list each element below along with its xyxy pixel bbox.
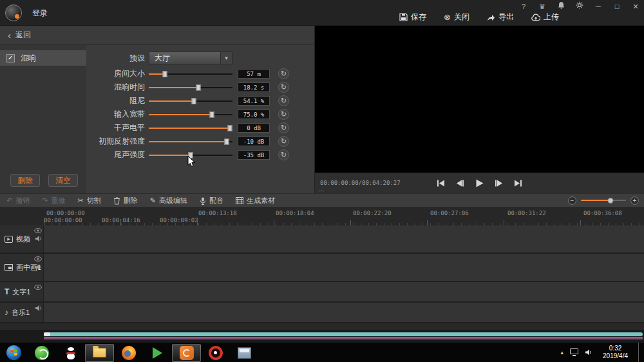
panel-splitter-handle[interactable]: ⋯ — [0, 188, 644, 193]
slider-thumb[interactable] — [162, 71, 167, 77]
delete-effect-button[interactable]: 删除 — [10, 174, 40, 187]
video-preview[interactable] — [315, 26, 644, 173]
pip-track-header[interactable]: 画中画1 — [0, 254, 44, 281]
video-track-lane[interactable] — [44, 225, 644, 252]
next-frame-button[interactable] — [495, 180, 503, 187]
pip-track-lane[interactable] — [44, 254, 644, 281]
preset-dropdown[interactable]: 大厅 ▼ — [149, 52, 232, 64]
taskbar-item-green-play[interactable] — [143, 344, 172, 362]
checkbox-checked-icon[interactable]: ✓ — [6, 54, 15, 62]
upload-button[interactable]: 上传 — [531, 12, 559, 23]
previous-frame-button[interactable] — [456, 180, 464, 187]
close-project-button[interactable]: ⊗ 关闭 — [444, 12, 469, 23]
save-button[interactable]: 保存 — [399, 12, 426, 23]
speaker-icon[interactable] — [35, 264, 42, 270]
play-button[interactable] — [475, 179, 484, 187]
taskbar-item-video-editor[interactable] — [172, 344, 201, 362]
close-window-button[interactable]: ✕ — [631, 2, 640, 11]
reset-icon[interactable]: ↻ — [278, 82, 289, 93]
advanced-edit-button[interactable]: ✎ 高级编辑 — [150, 196, 187, 205]
slider-thumb[interactable] — [192, 98, 196, 104]
eye-icon[interactable] — [34, 285, 42, 290]
tail-level-slider[interactable] — [149, 151, 232, 159]
clip-strip[interactable] — [44, 337, 643, 339]
damping-value[interactable]: 54.1 % — [238, 96, 270, 106]
delete-clip-button[interactable]: 删除 — [113, 196, 138, 205]
undo-button[interactable]: ↶ 撤销 — [6, 196, 30, 205]
slider-thumb[interactable] — [209, 111, 214, 118]
reset-icon[interactable]: ↻ — [278, 149, 289, 160]
clear-effect-button[interactable]: 清空 — [48, 174, 78, 187]
dubbing-button[interactable]: 配音 — [200, 196, 223, 205]
speaker-icon[interactable] — [35, 305, 42, 311]
export-button[interactable]: 导出 — [487, 12, 514, 23]
text-track-header[interactable]: T 文字1 — [0, 282, 44, 301]
reverb-time-slider[interactable] — [149, 84, 232, 91]
music-track-lane[interactable] — [44, 303, 644, 322]
room-size-value[interactable]: 57 m — [238, 69, 270, 79]
tray-expand-icon[interactable]: ▴ — [561, 349, 564, 356]
show-desktop-button[interactable] — [638, 343, 643, 362]
login-button[interactable]: 登录 — [32, 8, 48, 19]
early-reflection-value[interactable]: -10 dB — [238, 137, 270, 146]
notification-bell-icon[interactable] — [556, 1, 565, 11]
reset-icon[interactable]: ↻ — [278, 122, 289, 133]
taskbar-item-firefox[interactable] — [114, 344, 143, 362]
timeline-ruler[interactable]: 00:00:00:00 00:00:13:18 00:00:18:04 00:0… — [0, 207, 644, 225]
help-icon[interactable]: ? — [519, 2, 528, 11]
zoom-in-icon[interactable]: + — [630, 196, 639, 205]
video-editor-app-icon — [180, 346, 194, 360]
redo-button[interactable]: ↷ 重做 — [42, 196, 65, 205]
back-button[interactable]: ‹ 返回 — [0, 26, 314, 45]
input-bandwidth-value[interactable]: 75.0 % — [238, 110, 270, 119]
reset-icon[interactable]: ↻ — [278, 136, 289, 147]
settings-gear-icon[interactable] — [575, 1, 584, 11]
taskbar-item-recorder[interactable] — [201, 344, 230, 362]
sidebar-item-reverb[interactable]: ✓ 混响 — [0, 50, 86, 66]
slider-thumb[interactable] — [189, 152, 193, 158]
skip-to-end-button[interactable] — [514, 180, 522, 187]
reset-icon[interactable]: ↻ — [278, 109, 289, 120]
dry-level-value[interactable]: 0 dB — [238, 123, 270, 133]
scrollbar-playhead-segment[interactable] — [44, 332, 50, 336]
reset-icon[interactable]: ↻ — [278, 68, 289, 79]
maximize-button[interactable]: □ — [612, 2, 621, 11]
music-track-header[interactable]: ♪ 音乐1 — [0, 303, 44, 322]
volume-icon[interactable] — [585, 349, 592, 356]
zoom-slider-thumb[interactable] — [607, 198, 613, 204]
reset-icon[interactable]: ↻ — [278, 95, 289, 106]
chevron-down-icon[interactable]: ▼ — [220, 52, 232, 64]
zoom-slider[interactable] — [581, 198, 626, 204]
room-size-slider[interactable] — [149, 70, 232, 78]
generate-material-button[interactable]: 生成素材 — [236, 196, 275, 205]
taskbar-item-browser-green[interactable] — [27, 344, 56, 362]
zoom-out-icon[interactable]: − — [568, 196, 576, 205]
slider-thumb[interactable] — [228, 125, 232, 131]
speaker-icon[interactable] — [35, 236, 42, 242]
video-track-icon: ▶ — [5, 236, 13, 243]
video-track-header[interactable]: ▶ 视频 — [0, 225, 44, 252]
reverb-time-value[interactable]: 18.2 s — [238, 82, 270, 92]
skip-to-start-button[interactable] — [437, 180, 445, 187]
eye-icon[interactable] — [34, 256, 42, 262]
taskbar-clock[interactable]: 0:32 2019/4/4 — [603, 345, 628, 361]
app-logo-avatar[interactable] — [5, 5, 22, 21]
early-reflection-slider[interactable] — [149, 138, 232, 146]
input-bandwidth-slider[interactable] — [149, 111, 232, 119]
horizontal-scrollbar[interactable] — [44, 332, 643, 336]
taskbar-item-explorer[interactable] — [85, 344, 114, 362]
slider-thumb[interactable] — [224, 138, 229, 145]
start-button[interactable] — [0, 344, 27, 362]
vip-crown-icon[interactable]: ♛ — [538, 2, 547, 11]
eye-icon[interactable] — [34, 228, 42, 233]
tail-level-value[interactable]: -35 dB — [238, 150, 270, 160]
taskbar-item-window-app[interactable] — [230, 344, 259, 362]
cut-button[interactable]: ✂ 切割 — [77, 196, 100, 205]
minimize-button[interactable]: ─ — [594, 2, 603, 11]
taskbar-item-qq[interactable] — [56, 344, 85, 362]
text-track-lane[interactable] — [44, 282, 644, 301]
slider-thumb[interactable] — [196, 84, 200, 91]
damping-slider[interactable] — [149, 97, 232, 105]
dry-level-slider[interactable] — [149, 124, 232, 132]
network-monitor-icon[interactable] — [570, 348, 578, 354]
